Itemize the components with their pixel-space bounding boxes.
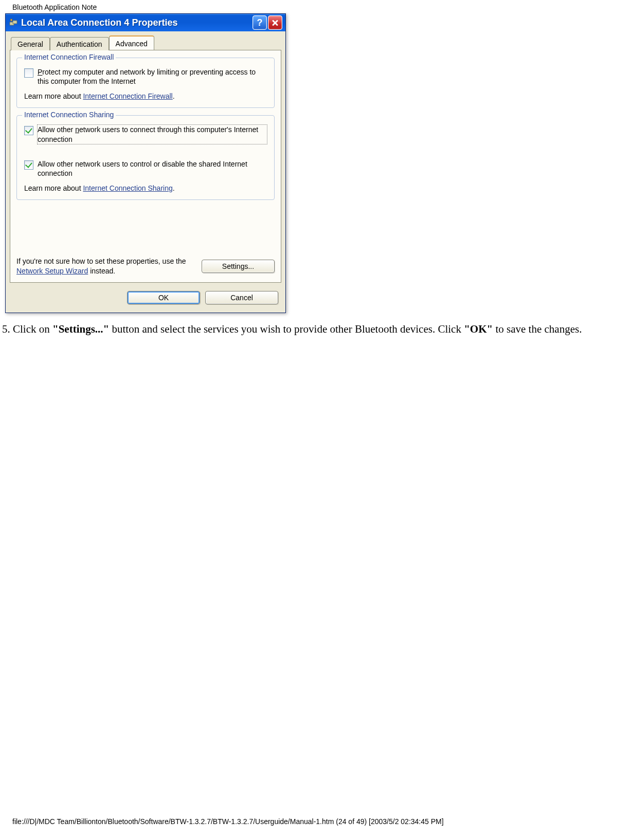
page-footer: file:///D|/MDC Team/Billionton/Bluetooth…	[12, 817, 444, 826]
settings-button[interactable]: Settings...	[202, 260, 275, 273]
page-header: Bluetooth Application Note	[0, 0, 631, 13]
tab-authentication[interactable]: Authentication	[50, 37, 109, 50]
group-ics: Internet Connection Sharing Allow other …	[16, 115, 275, 200]
allow-connect-label: Allow other network users to connect thr…	[38, 125, 267, 143]
tab-advanced[interactable]: Advanced	[109, 35, 154, 50]
properties-dialog: Local Area Connection 4 Properties ? Gen…	[5, 13, 286, 313]
icf-learnmore: Learn more about Internet Connection Fir…	[24, 92, 267, 100]
cancel-button[interactable]: Cancel	[205, 291, 278, 304]
advanced-panel: Internet Connection Firewall Protect my …	[10, 50, 281, 283]
allow-control-label: Allow other network users to control or …	[38, 159, 267, 178]
connection-icon	[9, 18, 18, 27]
protect-checkbox[interactable]	[24, 68, 33, 78]
svg-rect-1	[13, 21, 17, 24]
help-button[interactable]: ?	[253, 15, 267, 30]
icf-learnmore-link[interactable]: Internet Connection Firewall	[83, 92, 172, 100]
svg-rect-2	[11, 19, 12, 21]
group-icf: Internet Connection Firewall Protect my …	[16, 58, 275, 108]
ok-button[interactable]: OK	[127, 291, 200, 304]
group-ics-legend: Internet Connection Sharing	[22, 111, 116, 119]
instruction-step-5: 5. Click on "Settings..." button and sel…	[2, 322, 624, 336]
allow-connect-checkbox[interactable]	[24, 126, 33, 135]
tab-general[interactable]: General	[11, 37, 50, 50]
protect-label: Protect my computer and network by limit…	[38, 67, 267, 86]
network-setup-wizard-link[interactable]: Network Setup Wizard	[16, 267, 88, 275]
dialog-title: Local Area Connection 4 Properties	[21, 17, 253, 28]
group-icf-legend: Internet Connection Firewall	[22, 53, 116, 61]
wizard-hint: If you're not sure how to set these prop…	[16, 257, 196, 276]
close-button[interactable]	[268, 15, 282, 30]
ics-learnmore: Learn more about Internet Connection Sha…	[24, 184, 267, 192]
ics-learnmore-link[interactable]: Internet Connection Sharing	[83, 184, 172, 192]
allow-control-checkbox[interactable]	[24, 160, 33, 170]
tab-strip: General Authentication Advanced	[8, 32, 283, 50]
titlebar: Local Area Connection 4 Properties ?	[6, 14, 285, 31]
